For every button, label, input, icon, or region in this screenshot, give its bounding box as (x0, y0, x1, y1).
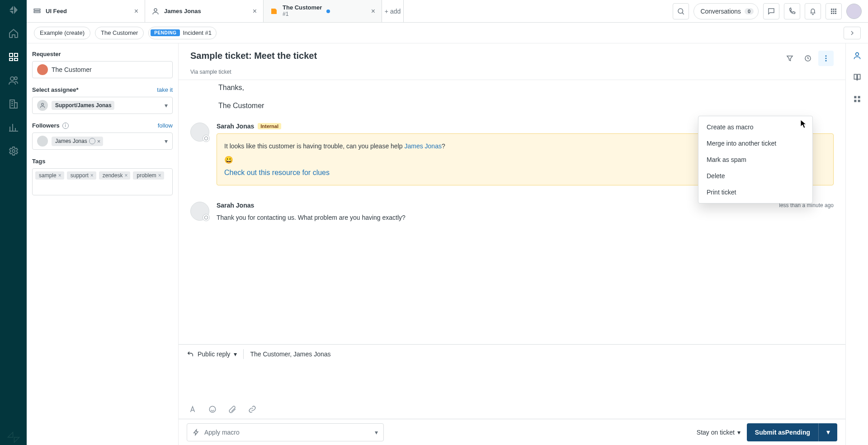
svg-rect-32 (858, 96, 860, 98)
apps-panel-icon[interactable] (851, 93, 863, 105)
reply-type-selector[interactable]: Public reply ▾ (187, 350, 237, 358)
conversations-label: Conversations (700, 8, 741, 15)
customers-icon[interactable] (6, 73, 21, 88)
avatar[interactable] (190, 123, 209, 142)
reply-recipients[interactable]: The Customer, James Jonas (250, 350, 330, 358)
svg-rect-15 (835, 9, 836, 10)
svg-rect-14 (833, 9, 835, 10)
menu-item-mark-spam[interactable]: Mark as spam (698, 151, 812, 168)
remove-icon[interactable]: × (90, 172, 94, 179)
conversations-count: 0 (745, 8, 754, 14)
message-text: The Customer (218, 102, 834, 110)
svg-point-26 (826, 60, 827, 62)
knowledge-icon[interactable] (851, 71, 863, 83)
filter-button[interactable] (782, 51, 797, 66)
search-button[interactable] (673, 3, 689, 19)
svg-rect-16 (831, 10, 832, 12)
zendesk-logo-icon[interactable] (6, 3, 21, 17)
phone-button[interactable] (784, 3, 800, 19)
via-label: Via sample ticket (179, 69, 845, 80)
menu-item-merge[interactable]: Merge into another ticket (698, 135, 812, 151)
add-tab-button[interactable]: + add (382, 0, 404, 22)
menu-item-print[interactable]: Print ticket (698, 184, 812, 200)
expand-pane-button[interactable] (844, 27, 861, 39)
reporting-icon[interactable] (6, 120, 21, 135)
remove-icon[interactable]: × (124, 172, 127, 179)
remove-icon[interactable]: × (158, 172, 161, 179)
the-customer-link[interactable]: The Customer (95, 27, 144, 39)
svg-rect-21 (835, 13, 836, 14)
remove-icon[interactable]: × (97, 138, 101, 145)
svg-rect-19 (831, 13, 832, 14)
follow-link[interactable]: follow (158, 122, 173, 129)
admin-icon[interactable] (6, 144, 21, 158)
macro-label: Apply macro (204, 429, 240, 436)
add-label: add (390, 8, 401, 15)
submit-dropdown-button[interactable]: ▾ (818, 423, 837, 441)
close-icon[interactable]: × (134, 7, 138, 15)
format-text-button[interactable] (187, 403, 198, 415)
svg-rect-9 (34, 9, 40, 10)
close-icon[interactable]: × (253, 7, 257, 15)
svg-point-22 (42, 103, 44, 105)
profile-avatar[interactable] (846, 4, 862, 19)
tab-ui-feed[interactable]: UI Feed × (27, 0, 145, 22)
svg-point-12 (678, 9, 683, 14)
assignee-value: Support/James Jonas (52, 101, 114, 110)
conversation-pane: Sample ticket: Meet the ticket Via sampl… (179, 43, 845, 445)
submit-button[interactable]: Submit as Pending (747, 423, 818, 441)
avatar[interactable] (190, 202, 209, 221)
info-icon[interactable]: i (62, 123, 69, 129)
reply-editor[interactable] (179, 364, 845, 400)
user-context-icon[interactable] (851, 50, 863, 62)
assignee-field[interactable]: Support/James Jonas ▾ (32, 97, 173, 114)
emoji-button[interactable] (207, 403, 218, 415)
remove-icon[interactable]: × (58, 172, 61, 179)
svg-rect-20 (833, 13, 835, 14)
link-button[interactable] (246, 403, 258, 415)
user-icon (151, 7, 160, 15)
stay-on-ticket-selector[interactable]: Stay on ticket ▾ (697, 429, 741, 436)
svg-rect-33 (854, 100, 856, 102)
tab-label: James Jonas (164, 8, 201, 14)
take-it-link[interactable]: take it (157, 86, 173, 93)
requester-field[interactable]: The Customer (32, 61, 173, 78)
ticket-subject[interactable]: Sample ticket: Meet the ticket (190, 51, 782, 61)
zendesk-brand-icon (6, 430, 21, 445)
requester-name: The Customer (52, 66, 92, 73)
attach-button[interactable] (226, 403, 238, 415)
message-author[interactable]: Sarah Jonas (217, 202, 254, 209)
ticket-status-pill[interactable]: PENDING Incident #1 (148, 27, 217, 39)
organizations-icon[interactable] (6, 97, 21, 111)
right-rail (845, 43, 868, 445)
tab-the-customer-1[interactable]: The Customer #1 × (264, 0, 382, 22)
conversations-button[interactable]: Conversations 0 (693, 3, 759, 19)
svg-rect-34 (858, 100, 860, 102)
menu-item-create-macro[interactable]: Create as macro (698, 119, 812, 135)
followers-field[interactable]: James Jonas × ▾ (32, 133, 173, 150)
message-author[interactable]: Sarah Jonas (217, 123, 254, 130)
example-create-link[interactable]: Example (create) (34, 27, 90, 39)
events-button[interactable] (800, 51, 816, 66)
user-mention-link[interactable]: James Jonas (404, 142, 441, 150)
apply-macro-button[interactable]: Apply macro ▾ (187, 423, 384, 441)
tab-james-jonas[interactable]: James Jonas × (145, 0, 264, 22)
more-actions-button[interactable] (818, 51, 834, 66)
tags-field[interactable]: sample× support× zendesk× problem× (32, 168, 173, 195)
apps-button[interactable] (826, 3, 842, 19)
tab-bar: UI Feed × James Jonas × The Customer #1 … (27, 0, 868, 23)
menu-item-delete[interactable]: Delete (698, 168, 812, 184)
tag-chip: problem× (133, 171, 164, 180)
notifications-button[interactable] (805, 3, 821, 19)
svg-point-30 (855, 52, 859, 56)
secondary-bar: Example (create) The Customer PENDING In… (27, 23, 868, 43)
home-icon[interactable] (6, 26, 21, 41)
views-icon[interactable] (6, 50, 21, 64)
reply-type-label: Public reply (198, 350, 230, 358)
editor-toolbar (179, 400, 845, 419)
svg-rect-13 (831, 9, 832, 10)
chat-button[interactable] (763, 3, 779, 19)
svg-rect-17 (833, 10, 835, 12)
close-icon[interactable]: × (371, 7, 375, 15)
avatar (37, 64, 48, 75)
